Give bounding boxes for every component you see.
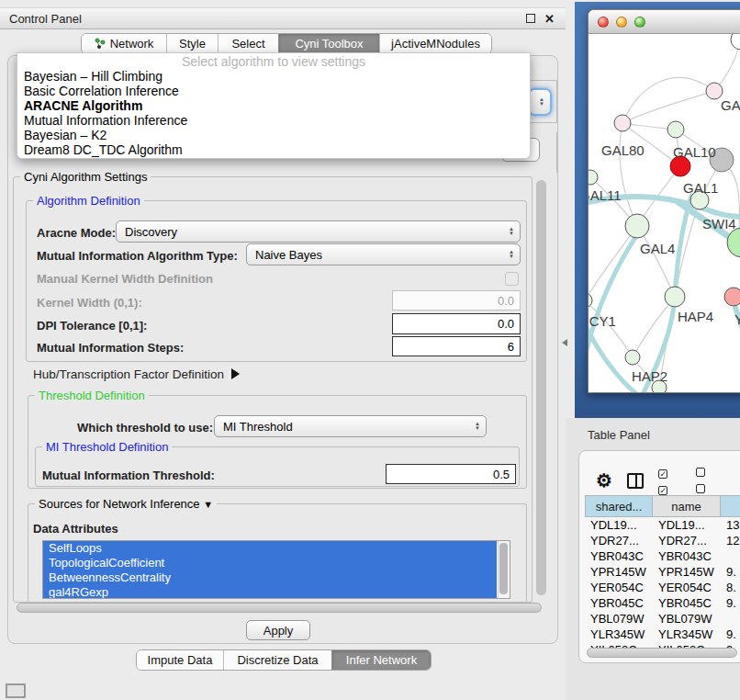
menu-item[interactable]: Bayesian – Hill Climbing (17, 69, 530, 84)
table-toolbar: ⚙ ✓✓ (596, 464, 740, 497)
aracne-mode-combo[interactable]: Discovery ▲▼ (116, 220, 521, 243)
screen: Control Panel ✕ Network Style Select Cyn… (0, 0, 740, 700)
dpi-tolerance-label: DPI Tolerance [0,1]: (37, 319, 147, 333)
table-header-row: shared... name A (585, 495, 740, 517)
network-node[interactable] (727, 228, 740, 257)
panel-dock-icon[interactable] (6, 683, 26, 698)
table-horizontal-scrollbar[interactable] (587, 648, 737, 658)
list-scrollbar-track[interactable] (498, 541, 510, 598)
manual-kernel-label: Manual Kernel Width Definition (37, 272, 213, 286)
node-table: shared... name A YDL19...YDL19...13 YDR2… (585, 495, 740, 648)
menu-item[interactable]: Mutual Information Inference (17, 113, 530, 128)
group-title: MI Threshold Definition (42, 440, 172, 454)
float-window-icon[interactable] (526, 14, 535, 23)
apply-button[interactable]: Apply (246, 620, 310, 640)
menu-item[interactable]: Bayesian – K2 (17, 128, 530, 142)
network-canvas[interactable]: GAL GAL80 GAL10 GAL1 GAL11 GAL4 SWI4 GCY… (589, 34, 740, 393)
tab-cyni-toolbox[interactable]: Cyni Toolbox (278, 34, 379, 53)
list-scrollbar-thumb[interactable] (499, 543, 508, 594)
gear-icon[interactable]: ⚙ (596, 469, 612, 491)
table-panel-title: Table Panel (588, 428, 650, 442)
network-window-titlebar[interactable] (589, 10, 740, 34)
node-label: GAL10 (673, 144, 716, 160)
tab-discretize-data[interactable]: Discretize Data (223, 650, 331, 670)
kernel-width-field[interactable]: 0.0 (392, 290, 521, 310)
mi-type-label: Mutual Information Algorithm Type: (37, 249, 238, 263)
tab-infer-network[interactable]: Infer Network (331, 650, 431, 670)
stepper-icon: ▲▼ (475, 422, 480, 431)
node-label: Y (734, 311, 740, 327)
hub-definition-label: Hub/Transcription Factor Definition (33, 367, 224, 381)
hidden-groupbox-edge (531, 80, 556, 81)
table-row[interactable]: YER054CYER054C8. (585, 580, 740, 595)
tab-select[interactable]: Select (218, 34, 278, 53)
tab-jactivemnodules-label: jActiveMNodules (391, 37, 480, 51)
dpi-tolerance-field[interactable]: 0.0 (392, 313, 521, 334)
network-node[interactable] (667, 121, 684, 138)
tab-discretize-data-label: Discretize Data (237, 653, 318, 667)
list-item[interactable]: BetweennessCentrality (43, 570, 497, 585)
manual-kernel-checkbox[interactable] (505, 272, 519, 286)
table-row[interactable]: YPR145WYPR145W9. (585, 564, 740, 580)
table-row[interactable]: YLR345WYLR345W9. (585, 627, 740, 642)
node-label: GAL80 (601, 142, 645, 158)
column-header[interactable]: shared... (585, 495, 653, 517)
tab-network[interactable]: Network (82, 34, 166, 53)
collapse-down-icon: ▼ (203, 499, 213, 510)
close-icon[interactable]: ✕ (544, 12, 555, 26)
menu-item[interactable]: Basic Correlation Inference (17, 84, 530, 98)
algorithm-combo-focused-fragment[interactable]: ▲▼ (528, 88, 552, 116)
columns-icon[interactable] (627, 473, 644, 489)
network-node[interactable] (665, 287, 685, 307)
cyni-bottom-tabs: Impute Data Discretize Data Infer Networ… (136, 649, 432, 671)
settings-vertical-scrollbar[interactable] (536, 180, 546, 595)
control-panel-titlebar: Control Panel ✕ (0, 7, 566, 29)
table-row[interactable]: YDR27...YDR27...12 (585, 533, 740, 548)
sources-title: Sources for Network Inference (39, 497, 200, 511)
tab-network-label: Network (110, 37, 154, 51)
network-node[interactable] (625, 214, 649, 238)
stepper-icon: ▲▼ (509, 227, 514, 236)
menu-prompt: Select algorithm to view settings (17, 54, 530, 69)
tab-impute-data[interactable]: Impute Data (137, 650, 223, 670)
network-node[interactable] (589, 293, 592, 308)
node-label: GAL (721, 97, 740, 113)
minimize-traffic-light-icon[interactable] (616, 17, 627, 28)
control-panel-tabs: Network Style Select Cyni Toolbox jActiv… (81, 33, 492, 54)
menu-item[interactable]: Dream8 DC_TDC Algorithm (17, 142, 530, 157)
data-attributes-list: SelfLoops TopologicalCoefficient Between… (42, 540, 510, 599)
list-item[interactable]: gal4RGexp (43, 585, 497, 599)
select-all-checks-icon[interactable]: ✓✓ (658, 464, 681, 497)
mi-threshold-field[interactable]: 0.5 (386, 464, 516, 484)
divider-collapse-arrow-icon[interactable] (562, 339, 567, 346)
network-icon (95, 38, 106, 50)
list-item[interactable]: SelfLoops (43, 541, 497, 556)
tab-style[interactable]: Style (166, 34, 218, 53)
network-node[interactable] (724, 288, 740, 306)
mi-type-combo[interactable]: Naive Bayes ▲▼ (246, 243, 521, 265)
column-header[interactable]: A (721, 495, 740, 517)
network-node[interactable] (614, 115, 631, 131)
mi-steps-label: Mutual Information Steps: (37, 341, 184, 355)
column-header[interactable]: name (653, 495, 721, 517)
table-row[interactable]: YBR045CYBR045C9. (585, 595, 740, 611)
which-threshold-combo[interactable]: MI Threshold ▲▼ (214, 415, 487, 437)
network-node[interactable] (625, 350, 640, 365)
network-node[interactable] (731, 34, 740, 50)
list-item[interactable]: TopologicalCoefficient (43, 556, 497, 570)
table-row[interactable]: YBR043CYBR043C (585, 548, 740, 564)
mi-steps-field[interactable]: 6 (392, 336, 521, 356)
settings-horizontal-scrollbar[interactable] (17, 603, 542, 613)
sources-title-row[interactable]: Sources for Network Inference ▼ (35, 497, 217, 511)
node-label: GAL4 (640, 241, 675, 256)
deselect-all-checks-icon[interactable] (696, 464, 719, 497)
menu-item-selected[interactable]: ARACNE Algorithm (17, 98, 530, 113)
table-row[interactable]: YDL19...YDL19...13 (585, 517, 740, 533)
node-label: GAL11 (589, 187, 622, 203)
table-body: YDL19...YDL19...13 YDR27...YDR27...12 YB… (585, 517, 740, 648)
zoom-traffic-light-icon[interactable] (634, 17, 645, 28)
close-traffic-light-icon[interactable] (598, 17, 609, 28)
hub-definition-toggle[interactable]: Hub/Transcription Factor Definition (33, 367, 240, 381)
table-row[interactable]: YBL079WYBL079W (585, 611, 740, 627)
tab-jactivemnodules[interactable]: jActiveMNodules (379, 34, 491, 53)
